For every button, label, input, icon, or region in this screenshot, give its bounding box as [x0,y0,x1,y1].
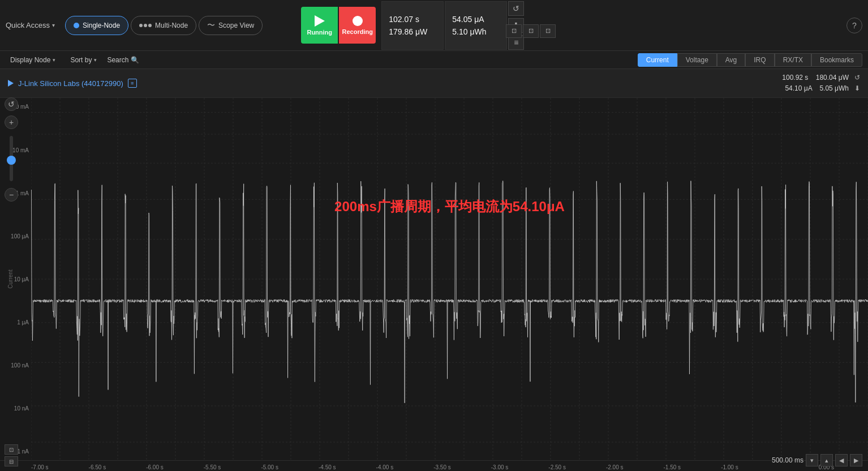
multi-node-button[interactable]: Multi-Node [131,16,196,35]
left-controls: ↺ + − [5,97,18,202]
x-label-3s: -3.00 s [491,464,509,470]
stat-power: 179.86 μW [389,27,436,36]
x-label-4s: -4.00 s [376,464,394,470]
chart-main: Current 100 mA 10 mA 1 mA 100 μA 10 μA 1… [0,98,868,460]
undo-button[interactable]: ↺ [508,1,524,16]
quick-access-chevron: ▾ [52,22,55,28]
nav-right-button[interactable]: ▶ [850,454,862,466]
chart-stat-current: 54.10 μA [785,84,812,92]
chart-header: J-Link Silicon Labs (440172990) ≡ 100.92… [0,69,868,98]
stats-current-energy: 54.05 μA 5.10 μWh [445,1,507,50]
scope-view-button[interactable]: 〜 Scope View [199,16,263,35]
stat-energy: 5.10 μWh [452,27,500,36]
run-button[interactable]: Running [301,7,338,44]
secondary-toolbar: Display Node ▾ Sort by ▾ Search 🔍 Curren… [0,51,868,69]
display-node-chevron: ▾ [53,57,55,63]
scope-wave-icon: 〜 [207,20,215,31]
device-icon: ≡ [128,79,137,88]
stats-panel: 102.07 s 179.86 μW 54.05 μA 5.10 μWh ↺ ⬇… [381,1,524,50]
record-label: Recording [342,28,373,35]
tab-group: Current Voltage Avg IRQ RX/TX Bookmarks [638,53,862,67]
x-label-5s: -5.00 s [261,464,278,470]
tab-rxtx[interactable]: RX/TX [775,53,811,67]
zoom-slider-thumb[interactable] [7,156,16,165]
icon-btn-3[interactable]: ⊡ [540,24,556,38]
x-label-450: -4.50 s [319,464,336,470]
nav-increase-button[interactable]: ▴ [820,454,833,466]
display-node-menu[interactable]: Display Node ▾ [6,54,60,66]
play-icon [315,15,325,27]
zoom-out-ctrl-button[interactable]: − [5,188,18,202]
undo-ctrl-button[interactable]: ↺ [5,97,18,111]
time-window-display: 500.00 ms [772,456,803,464]
tab-irq[interactable]: IRQ [745,53,774,67]
stat-current: 54.05 μA [452,15,500,24]
y-label-100na: 100 nA [0,362,29,369]
x-label-150: -1.50 s [664,464,681,470]
stats-time-power: 102.07 s 179.86 μW [381,1,444,50]
display-node-label: Display Node [10,56,50,64]
bl-btn-1[interactable]: ⊡ [5,444,18,455]
tab-avg[interactable]: Avg [717,53,745,67]
zoom-in-ctrl-button[interactable]: + [5,115,18,129]
single-node-label: Single-Node [83,22,120,29]
mode-buttons: Single-Node Multi-Node 〜 Scope View [65,16,263,35]
bl-btn-2[interactable]: ⊟ [5,456,18,466]
undo-chart-icon[interactable]: ↺ [854,74,860,82]
x-label-350: -3.50 s [433,464,451,470]
single-node-button[interactable]: Single-Node [65,16,128,35]
record-dot-icon [353,16,363,26]
nav-decrease-button[interactable]: ▾ [806,454,818,466]
help-button[interactable]: ? [846,18,862,33]
device-label: J-Link Silicon Labs (440172990) ≡ [8,79,137,88]
top-toolbar: Quick Access ▾ Single-Node Multi-Node 〜 … [0,0,868,51]
icon-btn-2[interactable]: ⊡ [523,24,539,38]
quick-access-menu[interactable]: Quick Access ▾ [6,21,55,29]
run-label: Running [307,29,332,36]
multi-node-label: Multi-Node [155,22,188,29]
chart-svg[interactable] [31,98,868,460]
chart-stat-power: 180.04 μW [816,74,849,82]
run-rec-group: Running Recording [301,7,376,44]
quick-access-label: Quick Access [6,21,50,29]
y-label-1ua: 1 μA [0,319,29,326]
x-label-550: -5.50 s [204,464,221,470]
bottom-left-controls: ⊡ ⊟ [5,444,18,466]
sort-by-chevron: ▾ [94,57,97,63]
chart-container: J-Link Silicon Labs (440172990) ≡ 100.92… [0,69,868,471]
x-label-250: -2.50 s [548,464,566,470]
x-label-7s: -7.00 s [31,464,49,470]
y-label-100ua: 100 μA [0,233,29,239]
sort-by-label: Sort by [70,56,92,64]
x-label-650: -6.50 s [89,464,106,470]
chart-stat-time: 100.92 s [782,74,808,82]
search-box[interactable]: Search 🔍 [107,56,139,64]
device-triangle-icon [8,80,14,87]
x-axis: -7.00 s -6.50 s -6.00 s -5.50 s -5.00 s … [0,460,868,471]
x-label-2s: -2.00 s [606,464,624,470]
sort-by-menu[interactable]: Sort by ▾ [66,54,101,66]
search-icon: 🔍 [131,56,139,64]
stat-time: 102.07 s [389,15,436,24]
tab-bookmarks[interactable]: Bookmarks [811,53,862,67]
search-label: Search [107,56,128,64]
download-chart-icon[interactable]: ⬇ [854,84,860,92]
tab-voltage[interactable]: Voltage [677,53,717,67]
multi-node-icon [139,24,152,27]
y-label-10ua: 10 μA [0,276,29,282]
chart-header-stats: 100.92 s 180.04 μW ↺ 54.10 μA 5.05 μWh ⬇ [782,72,860,94]
single-node-icon [74,23,79,28]
record-button[interactable]: Recording [339,7,376,44]
chart-svg-wrapper[interactable]: 200ms广播周期，平均电流为54.10μA [31,98,868,460]
chart-stat-energy: 5.05 μWh [819,84,849,92]
y-label-10na: 10 nA [0,405,29,412]
scope-view-label: Scope View [218,22,254,29]
device-name: J-Link Silicon Labs (440172990) [18,79,123,88]
bottom-right-controls: 500.00 ms ▾ ▴ ◀ ▶ [772,454,862,466]
y-axis-title: Current [7,270,14,289]
x-label-1s: -1.00 s [721,464,738,470]
icon-btn-1[interactable]: ⊡ [506,24,522,38]
tab-current[interactable]: Current [638,53,677,67]
nav-left-button[interactable]: ◀ [835,454,848,466]
zoom-slider-track [10,136,13,181]
